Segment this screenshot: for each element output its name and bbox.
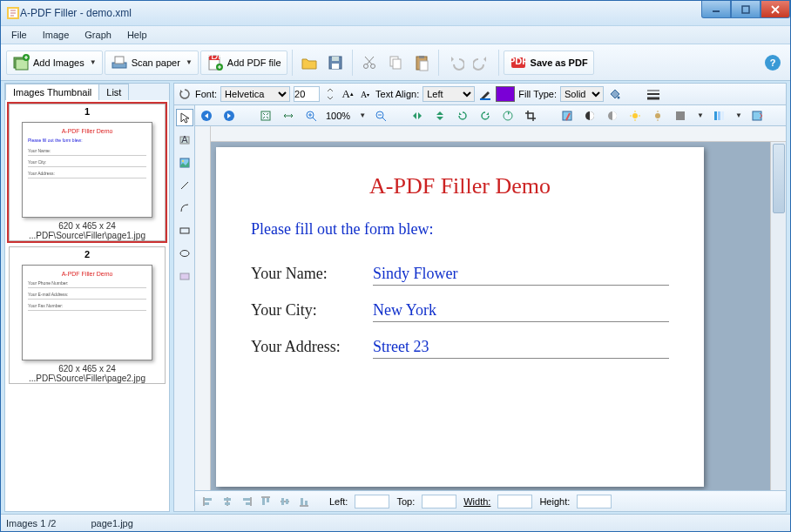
zoom-out-icon[interactable]	[373, 108, 389, 124]
line-weight-icon[interactable]	[646, 87, 659, 101]
thumbnail-item[interactable]: 1 A-PDF Filler DemoPlease fill out the f…	[9, 104, 166, 241]
app-icon	[6, 6, 20, 20]
bucket-icon[interactable]	[607, 87, 621, 101]
brightness-up-icon[interactable]	[627, 108, 643, 124]
top-input[interactable]	[422, 495, 456, 508]
image-tool[interactable]	[176, 154, 193, 172]
export-image-icon[interactable]	[749, 108, 765, 124]
minimize-button[interactable]	[701, 1, 731, 18]
add-pdf-button[interactable]: PDF Add PDF file	[200, 51, 287, 75]
ellipse-tool[interactable]	[176, 245, 193, 262]
align-left-icon[interactable]	[200, 494, 216, 509]
text-tool[interactable]: A	[176, 131, 193, 149]
free-rotate-icon[interactable]	[500, 108, 516, 124]
tab-list[interactable]: List	[98, 84, 129, 100]
font-increase-icon[interactable]: A▴	[341, 87, 355, 101]
fit-page-icon[interactable]	[258, 108, 274, 124]
thumbnail-list: 1 A-PDF Filler DemoPlease fill out the f…	[5, 100, 169, 511]
vertical-scrollbar[interactable]	[770, 142, 786, 490]
field-value[interactable]: Street 23	[373, 338, 669, 359]
thumbnail-item[interactable]: 2 A-PDF Filler Demo Your Phone Number:Yo…	[9, 246, 166, 384]
svg-rect-14	[332, 57, 339, 61]
grayscale-icon[interactable]	[673, 108, 688, 124]
font-decrease-icon[interactable]: A▾	[358, 87, 372, 101]
align-center-h-icon[interactable]	[220, 494, 235, 509]
contrast-up-icon[interactable]	[582, 108, 598, 124]
width-input[interactable]	[497, 495, 532, 508]
svg-rect-37	[180, 228, 189, 233]
svg-text:A: A	[181, 134, 188, 145]
zoom-value[interactable]: 100%	[326, 111, 350, 121]
cut-button[interactable]	[357, 52, 382, 73]
dropdown-arrow-icon[interactable]: ▼	[359, 111, 366, 119]
dropdown-arrow-icon[interactable]: ▼	[735, 111, 742, 119]
save-as-pdf-button[interactable]: PDF Save as PDF	[504, 51, 594, 75]
copy-button[interactable]	[383, 52, 408, 73]
svg-rect-66	[205, 502, 209, 505]
window-title: A-PDF Filler - demo.xml	[20, 7, 132, 19]
effects-icon[interactable]	[559, 108, 575, 124]
height-input[interactable]	[577, 495, 612, 508]
svg-line-36	[181, 182, 188, 189]
menu-image[interactable]: Image	[36, 28, 77, 42]
fit-width-icon[interactable]	[281, 108, 296, 124]
redo-button[interactable]	[470, 52, 494, 73]
dropdown-arrow-icon[interactable]: ▼	[697, 111, 704, 119]
save-button[interactable]	[323, 52, 348, 73]
stamp-tool[interactable]	[176, 267, 193, 285]
menu-help[interactable]: Help	[120, 28, 154, 42]
field-value[interactable]: New York	[373, 301, 669, 322]
separator	[292, 50, 293, 76]
curve-tool[interactable]	[176, 199, 193, 217]
pointer-tool[interactable]	[176, 109, 193, 126]
zoom-in-icon[interactable]	[303, 108, 319, 124]
help-button[interactable]: ?	[761, 52, 785, 73]
line-tool[interactable]	[176, 177, 193, 194]
color-bars-icon[interactable]	[711, 108, 727, 124]
prev-image-icon[interactable]	[199, 108, 214, 124]
refresh-icon[interactable]	[178, 87, 192, 101]
contrast-down-icon[interactable]	[605, 108, 620, 124]
rect-tool[interactable]	[176, 222, 193, 239]
align-bottom-icon[interactable]	[296, 494, 312, 509]
menu-file[interactable]: File	[4, 28, 34, 42]
align-right-icon[interactable]	[239, 494, 254, 509]
tab-thumbnail[interactable]: Images Thumbnail	[5, 84, 99, 100]
close-button[interactable]	[761, 1, 790, 18]
open-button[interactable]	[297, 52, 321, 73]
flip-h-icon[interactable]	[409, 108, 425, 124]
font-size-input[interactable]	[294, 86, 320, 102]
menu-graph[interactable]: Graph	[78, 28, 118, 42]
scan-paper-button[interactable]: Scan paper ▼	[105, 51, 199, 75]
maximize-button[interactable]	[731, 1, 761, 18]
paste-button[interactable]	[409, 52, 434, 73]
rotate-left-icon[interactable]	[455, 108, 470, 124]
pen-icon[interactable]	[478, 87, 492, 101]
flip-v-icon[interactable]	[432, 108, 448, 124]
redo-icon	[473, 54, 490, 71]
font-select[interactable]: Helvetica	[220, 86, 290, 102]
align-top-icon[interactable]	[258, 494, 274, 509]
font-size-spin-icon[interactable]	[323, 87, 337, 101]
page[interactable]: A-PDF Filler Demo Please fill out the fo…	[216, 147, 704, 487]
rotate-right-icon[interactable]	[477, 108, 493, 124]
brightness-down-icon[interactable]	[650, 108, 666, 124]
add-images-button[interactable]: Add Images ▼	[6, 51, 103, 75]
canvas-viewport[interactable]: A-PDF Filler Demo Please fill out the fo…	[211, 142, 770, 490]
svg-rect-75	[267, 498, 269, 502]
align-middle-icon[interactable]	[277, 494, 293, 509]
images-plus-icon	[12, 54, 30, 71]
width-label: Width:	[463, 496, 490, 507]
color-swatch[interactable]	[496, 86, 515, 102]
left-input[interactable]	[355, 495, 389, 508]
next-image-icon[interactable]	[221, 108, 237, 124]
svg-point-51	[632, 113, 638, 118]
field-value[interactable]: Sindy Flower	[373, 265, 669, 286]
svg-rect-72	[246, 502, 250, 505]
svg-rect-3	[742, 6, 749, 13]
undo-button[interactable]	[443, 52, 468, 73]
align-select[interactable]: Left	[423, 86, 475, 102]
crop-icon[interactable]	[523, 108, 538, 124]
fill-select[interactable]: Solid	[560, 86, 604, 102]
svg-point-16	[363, 64, 368, 68]
